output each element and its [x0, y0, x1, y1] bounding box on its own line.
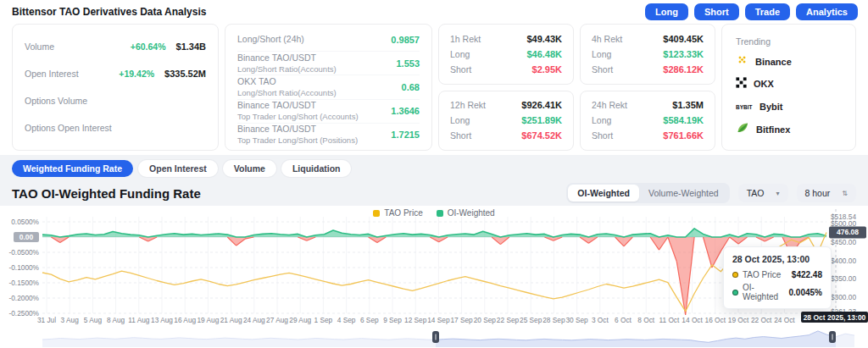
svg-text:22 Oct: 22 Oct	[751, 316, 772, 324]
analytics-button[interactable]: Analytics	[796, 3, 858, 20]
svg-text:4 Sep: 4 Sep	[337, 316, 356, 324]
derivatives-dashboard: Bittensor TAO Derivatives Data Analysis …	[0, 0, 868, 348]
trending-item-binance[interactable]: Binance	[736, 53, 842, 69]
rekt-column-1: 1h Rekt$49.43K Long$46.48K Short$2.95K 1…	[438, 24, 574, 151]
tab-weighted-funding-rate[interactable]: Weighted Funding Rate	[12, 160, 133, 177]
bybit-icon: BYBIT	[736, 99, 753, 114]
svg-text:21 Aug: 21 Aug	[220, 316, 242, 324]
symbol-select[interactable]: TAO ▾	[738, 184, 788, 202]
long-button[interactable]: Long	[645, 3, 688, 20]
page-title: Bittensor TAO Derivatives Data Analysis	[12, 6, 206, 18]
chart-legend: TAO Price OI-Weighted	[0, 208, 868, 218]
ratio-row: Binance TAO/USDT Long/Short Ratio(Accoun…	[237, 52, 420, 75]
rekt-total: $926.41K	[521, 100, 562, 110]
svg-text:$400.00: $400.00	[831, 257, 856, 265]
rekt-short-value: $286.12K	[663, 64, 704, 75]
trending-item-bybit[interactable]: BYBIT Bybit	[736, 99, 842, 114]
okx-icon	[736, 76, 747, 91]
tab-open-interest[interactable]: Open Interest	[138, 160, 218, 177]
trending-item-okx[interactable]: OKX	[736, 76, 842, 91]
ratio-label: OKX TAO	[237, 76, 276, 86]
ratio-label: Binance TAO/USDT	[237, 52, 316, 63]
options-open-interest-row: Options Open Interest	[25, 123, 206, 133]
svg-text:9 Sep: 9 Sep	[383, 316, 402, 324]
legend-tao-price[interactable]: TAO Price	[373, 208, 422, 218]
svg-text:27 Aug: 27 Aug	[266, 316, 288, 324]
tooltip-row-funding: OI-Weighted 0.0045%	[732, 283, 822, 301]
svg-text:$300.00: $300.00	[831, 293, 856, 301]
chart-tooltip: 28 Oct 2025, 13:00 TAO Price $422.48 OI-…	[723, 246, 832, 309]
open-interest-row: Open Interest +19.42% $335.52M	[25, 69, 206, 79]
trending-card: Trending Binance OKX BYBIT Bybit Bitfine…	[721, 24, 856, 151]
navigator-chart[interactable]	[0, 326, 868, 348]
svg-text:29 Aug: 29 Aug	[289, 316, 311, 324]
ratio-value: 1.3646	[391, 106, 420, 116]
trending-title: Trending	[736, 36, 842, 47]
rekt-total: $1.35M	[672, 100, 704, 110]
options-open-interest-label: Options Open Interest	[25, 123, 112, 133]
svg-text:8 Aug: 8 Aug	[107, 316, 125, 324]
chart-navigator[interactable]	[0, 326, 868, 348]
rekt-title: 1h Rekt	[450, 34, 481, 44]
top-bar-actions: Long Short Trade Analytics	[645, 3, 858, 20]
crosshair-date-badge: 28 Oct 2025, 13:00	[801, 312, 868, 323]
svg-text:24 Oct: 24 Oct	[774, 316, 795, 324]
volume-label: Volume	[25, 41, 54, 52]
bitfinex-icon	[736, 121, 749, 138]
svg-text:31 Jul: 31 Jul	[37, 316, 56, 324]
tab-volume[interactable]: Volume	[223, 160, 276, 177]
tooltip-row-price: TAO Price $422.48	[732, 270, 822, 279]
rekt-total: $409.45K	[663, 34, 704, 44]
svg-text:476.08: 476.08	[837, 228, 859, 236]
ratio-row: Long/Short (24h) 0.9857	[237, 28, 420, 52]
legend-oi-weighted[interactable]: OI-Weighted	[437, 208, 495, 218]
spinner-icon: ⇅	[842, 190, 848, 197]
oi-weighted-swatch	[437, 210, 443, 217]
ratio-sublabel: Top Trader Long/Short (Accounts)	[237, 112, 359, 121]
short-button[interactable]: Short	[694, 3, 739, 20]
svg-text:6 Oct: 6 Oct	[615, 316, 632, 324]
ratio-label: Long/Short (24h)	[237, 34, 304, 44]
rekt-12h-card: 12h Rekt$926.41K Long$251.89K Short$674.…	[438, 91, 574, 152]
volume-weighted-option[interactable]: Volume-Weighted	[639, 185, 728, 202]
svg-text:19 Oct: 19 Oct	[728, 316, 749, 324]
weight-toggle: OI-Weighted Volume-Weighted	[566, 183, 729, 203]
ratio-sublabel: Top Trader Long/Short (Positions)	[237, 135, 358, 145]
ratio-value: 0.68	[402, 82, 420, 92]
svg-text:1 Sep: 1 Sep	[314, 316, 333, 324]
tao-price-dot	[732, 272, 738, 278]
svg-text:3 Oct: 3 Oct	[592, 316, 609, 324]
volume-value: $1.34B	[176, 41, 206, 52]
trending-item-bitfinex[interactable]: Bitfinex	[736, 121, 842, 138]
rekt-long-value: $251.89K	[521, 115, 562, 125]
ratio-value: 1.7215	[391, 130, 420, 140]
ratio-value: 0.9857	[391, 35, 420, 45]
rekt-long-value: $584.19K	[663, 115, 704, 125]
trade-button[interactable]: Trade	[745, 3, 790, 20]
rekt-long-value: $46.48K	[526, 49, 562, 59]
open-interest-label: Open Interest	[25, 69, 79, 79]
svg-text:11 Aug: 11 Aug	[128, 316, 150, 324]
rekt-short-value: $761.66K	[663, 130, 704, 141]
svg-text:14 Sep: 14 Sep	[427, 316, 450, 324]
top-bar: Bittensor TAO Derivatives Data Analysis …	[0, 0, 868, 24]
ratio-label: Binance TAO/USDT	[237, 124, 316, 134]
interval-select[interactable]: 8 hour ⇅	[797, 184, 856, 202]
tab-liquidation[interactable]: Liquidation	[281, 160, 352, 177]
svg-text:13 Aug: 13 Aug	[151, 316, 173, 324]
rekt-24h-card: 24h Rekt$1.35M Long$584.19K Short$761.66…	[580, 91, 715, 152]
svg-text:-0.1000%: -0.1000%	[8, 263, 39, 272]
svg-text:22 Sep: 22 Sep	[497, 316, 520, 324]
svg-text:17 Sep: 17 Sep	[450, 316, 473, 324]
svg-text:14 Oct: 14 Oct	[682, 316, 703, 324]
ratio-row: Binance TAO/USDT Top Trader Long/Short (…	[237, 100, 420, 124]
chart-controls: OI-Weighted Volume-Weighted TAO ▾ 8 hour…	[566, 183, 856, 203]
svg-text:0.0500%: 0.0500%	[11, 218, 39, 226]
svg-text:12 Sep: 12 Sep	[404, 316, 427, 324]
svg-text:19 Aug: 19 Aug	[197, 316, 219, 324]
ratio-label: Binance TAO/USDT	[237, 100, 316, 110]
ratio-row: OKX TAO Long/Short Ratio(Accounts) 0.68	[237, 75, 420, 99]
svg-text:30 Sep: 30 Sep	[565, 316, 588, 324]
oi-weighted-option[interactable]: OI-Weighted	[568, 185, 639, 202]
rekt-long-value: $123.33K	[663, 49, 704, 59]
